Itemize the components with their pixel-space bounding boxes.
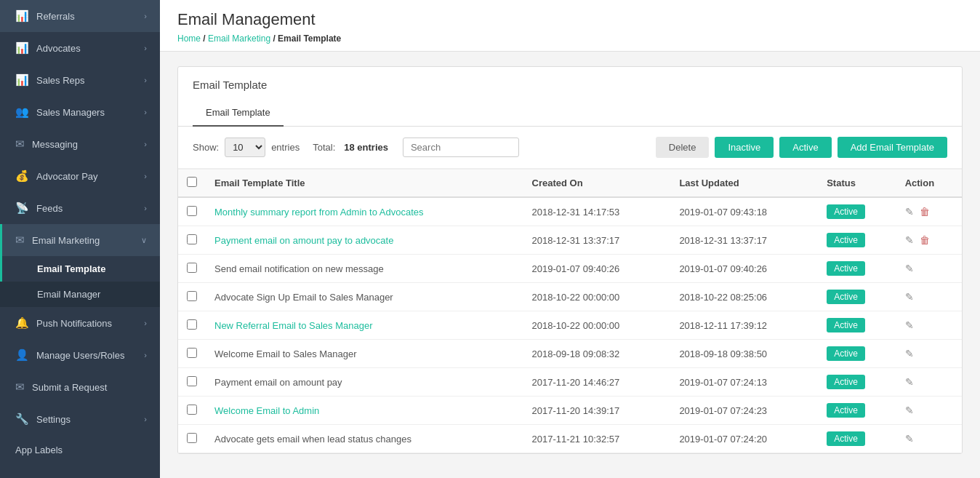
- active-button[interactable]: Active: [779, 137, 831, 158]
- sidebar-item-messaging[interactable]: ✉ Messaging ›: [0, 128, 160, 160]
- edit-icon[interactable]: ✎: [905, 206, 914, 218]
- sales-managers-icon: 👥: [15, 105, 29, 119]
- sidebar-item-label: Settings: [36, 414, 71, 425]
- status-badge: Active: [827, 403, 865, 418]
- entries-select[interactable]: 10 25 50 100: [225, 138, 265, 157]
- tab-bar: Email Template: [178, 100, 962, 127]
- edit-icon[interactable]: ✎: [905, 376, 914, 388]
- edit-icon[interactable]: ✎: [905, 405, 914, 416]
- sidebar-item-advocates[interactable]: 📊 Advocates ›: [0, 32, 160, 64]
- sidebar-item-settings[interactable]: 🔧 Settings ›: [0, 403, 160, 435]
- action-icons: ✎: [905, 433, 953, 445]
- row-checkbox[interactable]: [187, 263, 197, 273]
- last-updated: 2019-01-07 09:40:26: [670, 255, 818, 283]
- row-checkbox[interactable]: [187, 376, 197, 386]
- chevron-right-icon: ›: [144, 44, 147, 52]
- email-template-title-link[interactable]: New Referral Email to Sales Manager: [214, 320, 372, 331]
- created-on: 2017-11-20 14:46:27: [523, 368, 671, 397]
- tab-email-template[interactable]: Email Template: [193, 100, 284, 127]
- table-wrap: Email Template Title Created On Last Upd…: [178, 169, 962, 453]
- edit-icon[interactable]: ✎: [905, 319, 914, 331]
- breadcrumb-home[interactable]: Home: [177, 33, 201, 44]
- delete-icon[interactable]: 🗑: [920, 234, 930, 246]
- last-updated: 2018-09-18 09:38:50: [670, 340, 818, 368]
- sidebar-item-label: Messaging: [32, 139, 78, 150]
- submit-request-icon: ✉: [15, 381, 25, 394]
- row-checkbox[interactable]: [187, 291, 197, 301]
- status-badge: Active: [827, 431, 865, 446]
- col-status: Status: [818, 170, 896, 198]
- show-label: Show:: [193, 142, 219, 153]
- main-content: Email Management Home / Email Marketing …: [160, 0, 980, 478]
- sidebar-item-submit-request[interactable]: ✉ Submit a Request: [0, 371, 160, 403]
- created-on: 2018-12-31 14:17:53: [523, 197, 671, 226]
- created-on: 2017-11-20 14:39:17: [523, 397, 671, 425]
- row-checkbox[interactable]: [187, 433, 197, 443]
- status-badge: Active: [827, 346, 865, 361]
- action-icons: ✎: [905, 348, 953, 359]
- toolbar: Show: 10 25 50 100 entries Total: 18 ent…: [178, 127, 962, 169]
- status-badge: Active: [827, 290, 865, 304]
- col-action: Action: [896, 170, 962, 198]
- email-template-title: Send email notification on new message: [206, 255, 523, 283]
- delete-button[interactable]: Delete: [656, 137, 710, 158]
- table-row: Send email notification on new message20…: [178, 255, 962, 283]
- chevron-right-icon: ›: [144, 415, 147, 423]
- chevron-right-icon: ›: [144, 108, 147, 116]
- chevron-right-icon: ›: [144, 319, 147, 327]
- last-updated: 2019-01-07 07:24:23: [670, 397, 818, 425]
- sidebar-item-app-labels[interactable]: App Labels: [0, 435, 160, 465]
- inactive-button[interactable]: Inactive: [715, 137, 774, 158]
- sidebar-item-sales-managers[interactable]: 👥 Sales Managers ›: [0, 96, 160, 128]
- sidebar: 📊 Referrals › 📊 Advocates › 📊 Sales Reps…: [0, 0, 160, 478]
- sidebar-item-label: Sales Reps: [36, 75, 84, 86]
- row-checkbox[interactable]: [187, 234, 197, 244]
- table-body: Monthly summary report from Admin to Adv…: [178, 197, 962, 453]
- edit-icon[interactable]: ✎: [905, 234, 914, 246]
- edit-icon[interactable]: ✎: [905, 348, 914, 359]
- edit-icon[interactable]: ✎: [905, 291, 914, 303]
- sidebar-item-manage-users[interactable]: 👤 Manage Users/Roles ›: [0, 339, 160, 371]
- sidebar-sub-item-email-template[interactable]: Email Template: [0, 256, 160, 282]
- action-icons: ✎: [905, 405, 953, 416]
- select-all-checkbox[interactable]: [187, 177, 197, 187]
- sidebar-sub-item-email-manager[interactable]: Email Manager: [0, 282, 160, 307]
- delete-icon[interactable]: 🗑: [920, 206, 930, 218]
- edit-icon[interactable]: ✎: [905, 263, 914, 274]
- total-label: Total:: [313, 142, 335, 153]
- last-updated: 2019-01-07 09:43:18: [670, 197, 818, 226]
- feeds-icon: 📡: [15, 202, 29, 215]
- sales-reps-icon: 📊: [15, 73, 29, 87]
- add-email-template-button[interactable]: Add Email Template: [838, 137, 947, 158]
- sidebar-item-email-marketing[interactable]: ✉ Email Marketing ∨: [0, 224, 160, 256]
- sidebar-item-label: Referrals: [36, 11, 75, 22]
- table-row: Advocate gets email when lead status cha…: [178, 425, 962, 453]
- row-checkbox[interactable]: [187, 405, 197, 415]
- row-checkbox[interactable]: [187, 319, 197, 330]
- advocator-pay-icon: 💰: [15, 170, 29, 183]
- email-template-title-link[interactable]: Payment email on amount pay to advocate: [214, 235, 393, 246]
- section-title: Email Template: [178, 67, 962, 100]
- sidebar-item-sales-reps[interactable]: 📊 Sales Reps ›: [0, 64, 160, 96]
- sidebar-item-push-notifications[interactable]: 🔔 Push Notifications ›: [0, 307, 160, 339]
- breadcrumb-email-marketing[interactable]: Email Marketing: [208, 33, 270, 44]
- status-badge: Active: [827, 261, 865, 276]
- row-checkbox[interactable]: [187, 348, 197, 358]
- action-icons: ✎: [905, 263, 953, 274]
- sidebar-item-feeds[interactable]: 📡 Feeds ›: [0, 192, 160, 224]
- status-badge: Active: [827, 318, 865, 332]
- status-badge: Active: [827, 233, 865, 247]
- created-on: 2018-12-31 13:37:17: [523, 226, 671, 255]
- search-input[interactable]: [403, 138, 519, 157]
- sidebar-item-referrals[interactable]: 📊 Referrals ›: [0, 0, 160, 32]
- row-checkbox[interactable]: [187, 206, 197, 216]
- chevron-right-icon: ›: [144, 76, 147, 84]
- sidebar-item-advocator-pay[interactable]: 💰 Advocator Pay ›: [0, 160, 160, 192]
- breadcrumb: Home / Email Marketing / Email Template: [177, 33, 963, 51]
- edit-icon[interactable]: ✎: [905, 433, 914, 445]
- page-title: Email Management: [177, 10, 963, 29]
- advocates-icon: 📊: [15, 41, 29, 55]
- email-template-title-link[interactable]: Monthly summary report from Admin to Adv…: [214, 207, 424, 218]
- email-template-title-link[interactable]: Welcome Email to Admin: [214, 405, 319, 416]
- table-row: Welcome Email to Admin2017-11-20 14:39:1…: [178, 397, 962, 425]
